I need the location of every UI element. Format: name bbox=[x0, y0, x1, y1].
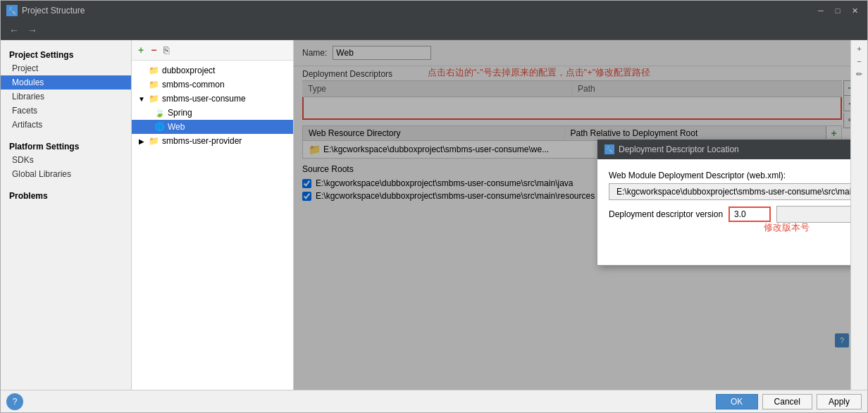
tree-item-smbms-user-provider[interactable]: ▶ 📁 smbms-user-provider bbox=[132, 134, 293, 148]
ok-button[interactable]: OK bbox=[716, 394, 758, 409]
right-panel: Name: Deployment Descriptors 点击右边的"-"号去掉… bbox=[294, 40, 850, 390]
tree-remove-button[interactable]: − bbox=[149, 43, 159, 57]
folder-icon: 📁 bbox=[149, 94, 159, 104]
spring-icon: 🍃 bbox=[154, 108, 165, 118]
modal-title: Deployment Descriptor Location bbox=[619, 144, 850, 154]
help-button[interactable]: ? bbox=[6, 393, 23, 410]
modal-icon: 🔧 bbox=[604, 144, 614, 154]
modal-overlay: 🔧 Deployment Descriptor Location × Web M… bbox=[294, 40, 850, 390]
title-bar: 🔧 Project Structure ─ □ ✕ bbox=[1, 1, 867, 20]
nav-bar: ← → bbox=[1, 20, 867, 40]
close-button[interactable]: ✕ bbox=[848, 5, 862, 16]
folder-icon: 📁 bbox=[149, 136, 159, 146]
platform-settings-title: Platform Settings bbox=[1, 137, 131, 153]
sidebar-item-facets[interactable]: Facets bbox=[1, 104, 131, 118]
maximize-button[interactable]: □ bbox=[831, 5, 845, 16]
web-icon: 🌐 bbox=[154, 122, 165, 132]
forward-button[interactable]: → bbox=[25, 23, 40, 37]
tree-item-smbms-common[interactable]: 📁 smbms-common bbox=[132, 78, 293, 92]
folder-icon: 📁 bbox=[149, 66, 159, 75]
main-content: Project Settings Project Modules Librari… bbox=[1, 40, 867, 390]
tree-copy-button[interactable]: ⎘ bbox=[161, 43, 171, 57]
sidebar-item-global-libraries[interactable]: Global Libraries bbox=[1, 167, 131, 181]
descriptor-path-select[interactable]: E:\kgcworkspace\dubboxproject\smbms-user… bbox=[609, 183, 850, 200]
problems-title: Problems bbox=[1, 187, 131, 202]
tree-toolbar: + − ⎘ bbox=[132, 40, 293, 61]
sidebar-item-project[interactable]: Project bbox=[1, 61, 131, 75]
modal-body: Web Module Deployment Descriptor (web.xm… bbox=[597, 159, 850, 265]
modal-footer: OK Cancel bbox=[609, 234, 850, 254]
bottom-bar: ? OK Cancel Apply bbox=[1, 390, 867, 412]
tree-item-smbms-user-consume[interactable]: ▼ 📁 smbms-user-consume bbox=[132, 92, 293, 106]
tree-item-web[interactable]: 🌐 Web bbox=[132, 120, 293, 134]
project-settings-title: Project Settings bbox=[1, 46, 131, 61]
version-input[interactable] bbox=[728, 207, 771, 222]
right-side-add-button[interactable]: + bbox=[852, 43, 867, 54]
sidebar-item-sdks[interactable]: SDKs bbox=[1, 153, 131, 167]
version-row: Deployment descriptor version 修改版本号 bbox=[609, 206, 850, 223]
tree-panel: + − ⎘ 📁 dubboxproject 📁 smbms-common ▼ 📁 bbox=[132, 40, 294, 390]
tree-item-dubboxproject[interactable]: 📁 dubboxproject bbox=[132, 63, 293, 78]
expand-arrow-right-icon: ▶ bbox=[137, 137, 146, 145]
tree-item-spring[interactable]: 🍃 Spring bbox=[132, 106, 293, 120]
apply-button[interactable]: Apply bbox=[817, 394, 862, 409]
descriptor-path-row: 增加路径 E:\kgcworkspace\dubboxproject\smbms… bbox=[609, 183, 850, 200]
version-label: Deployment descriptor version bbox=[609, 209, 723, 219]
sidebar-item-artifacts[interactable]: Artifacts bbox=[1, 118, 131, 132]
expand-arrow-down-icon: ▼ bbox=[137, 95, 146, 103]
window-title: Project Structure bbox=[22, 6, 85, 16]
modal-title-bar: 🔧 Deployment Descriptor Location × bbox=[597, 140, 850, 159]
sidebar-item-modules[interactable]: Modules bbox=[1, 75, 131, 90]
right-side-edit-button[interactable]: ✏ bbox=[852, 68, 867, 80]
annotation-version: 修改版本号 bbox=[764, 221, 810, 234]
window-icon: 🔧 bbox=[6, 5, 18, 16]
right-side-remove-button[interactable]: − bbox=[852, 56, 867, 67]
right-side-panel: + − ✏ bbox=[850, 40, 867, 390]
web-module-label: Web Module Deployment Descriptor (web.xm… bbox=[609, 171, 850, 180]
title-bar-controls: ─ □ ✕ bbox=[814, 5, 862, 16]
tree-content: 📁 dubboxproject 📁 smbms-common ▼ 📁 smbms… bbox=[132, 61, 293, 390]
deployment-descriptor-modal: 🔧 Deployment Descriptor Location × Web M… bbox=[597, 139, 850, 266]
folder-icon: 📁 bbox=[149, 80, 159, 90]
sidebar: Project Settings Project Modules Librari… bbox=[1, 40, 132, 390]
version-select[interactable] bbox=[776, 206, 850, 223]
project-structure-window: 🔧 Project Structure ─ □ ✕ ← → Project Se… bbox=[0, 0, 868, 413]
tree-add-button[interactable]: + bbox=[136, 43, 146, 57]
cancel-button[interactable]: Cancel bbox=[762, 394, 812, 409]
back-button[interactable]: ← bbox=[6, 23, 22, 37]
modal-descriptor-label-row: Web Module Deployment Descriptor (web.xm… bbox=[609, 171, 850, 200]
sidebar-item-libraries[interactable]: Libraries bbox=[1, 90, 131, 104]
minimize-button[interactable]: ─ bbox=[814, 5, 828, 16]
